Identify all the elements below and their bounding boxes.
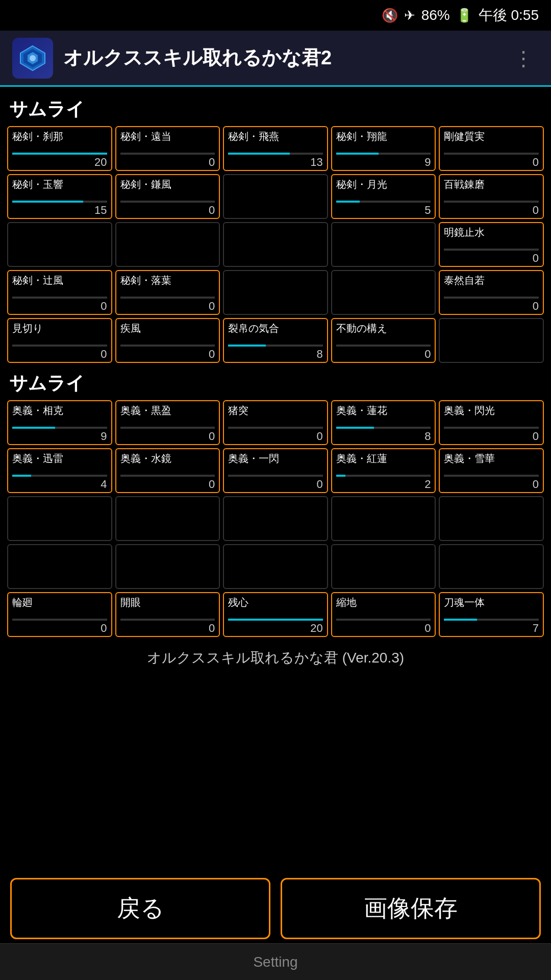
back-button[interactable]: 戻る [10,878,270,939]
skill-cell[interactable]: 奥義・閃光0 [439,400,544,445]
skill-cell[interactable]: 開眼0 [115,592,220,637]
skill-value: 0 [444,205,539,216]
skill-cell[interactable] [115,496,220,541]
skill-name: 残心 [228,596,323,617]
skill-cell[interactable]: 明鏡止水0 [439,222,544,267]
skill-bar [336,427,431,429]
skill-cell[interactable]: 疾風0 [115,318,220,363]
skill-cell[interactable] [331,222,436,267]
skill-name: 秘剣・遠当 [120,130,215,151]
skill-cell[interactable]: 秘剣・辻風0 [7,270,112,315]
skill-name: 奥義・黒盈 [120,404,215,425]
skill-value: 2 [336,479,431,490]
skill-cell[interactable]: 残心20 [223,592,328,637]
setting-bar[interactable]: Setting [0,943,551,980]
skill-name: 秘剣・翔龍 [336,130,431,151]
skill-value: 4 [12,479,107,490]
skill-value: 0 [120,157,215,168]
skill-bar [120,427,215,429]
skill-cell[interactable]: 輪廻0 [7,592,112,637]
skill-cell[interactable]: 秘剣・翔龍9 [331,126,436,171]
skill-cell[interactable]: 刀魂一体7 [439,592,544,637]
version-text: オルクススキル取れるかな君 (Ver.20.3) [7,640,544,673]
skill-cell[interactable]: 秘剣・飛燕13 [223,126,328,171]
skill-cell[interactable]: 秘剣・落葉0 [115,270,220,315]
skill-cell[interactable] [223,496,328,541]
skill-cell[interactable] [223,544,328,589]
skill-cell[interactable]: 奥義・黒盈0 [115,400,220,445]
skill-value: 0 [444,253,539,264]
app-title: オルクススキル取れるかな君2 [63,45,498,71]
skill-cell[interactable]: 猪突0 [223,400,328,445]
skill-cell[interactable]: 秘剣・刹那20 [7,126,112,171]
skill-cell[interactable] [7,496,112,541]
skill-value: 20 [12,157,107,168]
skill-name: 秘剣・刹那 [12,130,107,151]
skill-bar [228,475,323,477]
skill-cell[interactable]: 剛健質実0 [439,126,544,171]
save-button[interactable]: 画像保存 [281,878,541,939]
skill-name: 奥義・水鏡 [120,452,215,473]
skill-cell[interactable] [439,318,544,363]
skill-cell[interactable]: 裂帛の気合8 [223,318,328,363]
skill-bar [120,297,215,299]
skill-cell[interactable] [223,222,328,267]
skill-cell[interactable]: 泰然自若0 [439,270,544,315]
skill-name: 奥義・雪華 [444,452,539,473]
skill-cell[interactable] [223,270,328,315]
skill-cell[interactable]: 奥義・迅雷4 [7,448,112,493]
skill-bar [120,201,215,203]
skill-bar [444,249,539,251]
skill-name: 猪突 [228,404,323,425]
skill-cell[interactable]: 奥義・紅蓮2 [331,448,436,493]
skill-value: 0 [12,349,107,360]
skill-cell[interactable] [223,174,328,219]
section-header-1: サムライ [7,92,544,126]
skill-cell[interactable]: 百戦錬磨0 [439,174,544,219]
skill-cell[interactable] [331,496,436,541]
section-header-2: サムライ [7,366,544,400]
skill-cell[interactable]: 奥義・蓮花8 [331,400,436,445]
skill-cell[interactable]: 奥義・一閃0 [223,448,328,493]
skill-value: 13 [228,157,323,168]
skill-bar [336,201,431,203]
skill-cell[interactable] [439,544,544,589]
skill-bar [12,619,107,621]
app-icon [12,38,53,79]
skill-cell[interactable]: 奥義・雪華0 [439,448,544,493]
skill-cell[interactable]: 秘剣・月光5 [331,174,436,219]
skill-cell[interactable] [7,544,112,589]
skill-cell[interactable] [115,222,220,267]
skill-name: 奥義・相克 [12,404,107,425]
skill-cell[interactable] [115,544,220,589]
time-text: 午後 0:55 [479,6,539,25]
skill-value: 0 [228,431,323,442]
skill-value: 0 [120,205,215,216]
skill-cell[interactable]: 不動の構え0 [331,318,436,363]
skill-cell[interactable]: 秘剣・玉響15 [7,174,112,219]
skill-cell[interactable] [331,544,436,589]
skill-grid-1: 秘剣・刹那20秘剣・遠当0秘剣・飛燕13秘剣・翔龍9剛健質実0秘剣・玉響15秘剣… [7,126,544,363]
skill-cell[interactable]: 奥義・相克9 [7,400,112,445]
skill-value: 9 [12,431,107,442]
skill-cell[interactable]: 秘剣・遠当0 [115,126,220,171]
skill-bar [12,201,107,203]
airplane-icon: ✈ [404,8,415,23]
skill-cell[interactable]: 見切り0 [7,318,112,363]
skill-name: 奥義・迅雷 [12,452,107,473]
menu-icon[interactable]: ⋮ [508,41,539,75]
skill-name: 秘剣・飛燕 [228,130,323,151]
skill-cell[interactable] [7,222,112,267]
skill-cell[interactable]: 秘剣・鎌風0 [115,174,220,219]
skill-bar [336,475,431,477]
skill-cell[interactable]: 縮地0 [331,592,436,637]
skill-value: 8 [228,349,323,360]
skill-cell[interactable] [439,496,544,541]
skill-bar [120,345,215,347]
skill-cell[interactable] [331,270,436,315]
skill-bar [444,475,539,477]
app-header: オルクススキル取れるかな君2 ⋮ [0,31,551,87]
skill-cell[interactable]: 奥義・水鏡0 [115,448,220,493]
skill-bar [336,153,431,155]
skill-value: 0 [444,301,539,312]
